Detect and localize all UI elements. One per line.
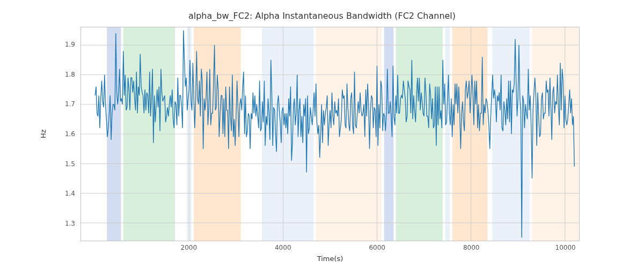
- x-tick-label: 6000: [369, 244, 385, 251]
- y-tick-label: 1.3: [65, 220, 75, 227]
- x-axis-label: Time(s): [80, 255, 580, 263]
- x-tick-label: 4000: [275, 244, 291, 251]
- plot-svg: [81, 27, 579, 241]
- y-tick-label: 1.6: [65, 130, 75, 138]
- y-tick-label: 1.4: [65, 190, 75, 197]
- figure: alpha_bw_FC2: Alpha Instantaneous Bandwi…: [0, 0, 644, 268]
- y-tick-label: 1.9: [65, 41, 75, 48]
- x-tick-label: 2000: [181, 244, 197, 251]
- y-tick-label: 1.7: [65, 100, 75, 108]
- y-tick-label: 1.5: [65, 160, 75, 168]
- x-tick-label: 8000: [463, 244, 480, 251]
- y-axis-label: Hz: [38, 27, 48, 241]
- y-tick-label: 1.8: [65, 71, 75, 78]
- x-tick-label: 10000: [555, 244, 576, 251]
- plot-area: [80, 27, 580, 241]
- chart-title: alpha_bw_FC2: Alpha Instantaneous Bandwi…: [0, 11, 644, 21]
